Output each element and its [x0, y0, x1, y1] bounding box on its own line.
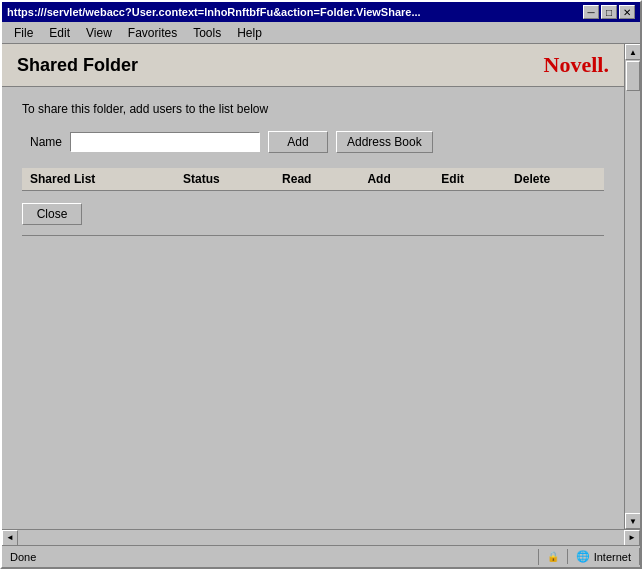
status-done: Done — [2, 549, 539, 565]
title-bar: https:///servlet/webacc?User.context=lnh… — [2, 2, 640, 22]
close-button[interactable]: Close — [22, 203, 82, 225]
close-row: Close — [22, 203, 604, 225]
menu-help[interactable]: Help — [229, 24, 270, 42]
zone-icon: 🌐 — [576, 550, 590, 563]
browser-window: https:///servlet/webacc?User.context=lnh… — [0, 0, 642, 569]
horizontal-scrollbar: ◄ ► — [2, 529, 640, 545]
name-label: Name — [22, 135, 62, 149]
scroll-down-button[interactable]: ▼ — [625, 513, 640, 529]
page-content: Shared Folder Novell. To share this fold… — [2, 44, 624, 529]
page-title: Shared Folder — [17, 55, 138, 76]
table-header-row: Shared List Status Read Add Edit Delete — [22, 168, 604, 191]
scroll-thumb[interactable] — [626, 61, 640, 91]
status-bar: Done 🔒 🌐 Internet — [2, 545, 640, 567]
menu-tools[interactable]: Tools — [185, 24, 229, 42]
novell-logo: Novell. — [544, 52, 609, 78]
shared-folder-content: To share this folder, add users to the l… — [2, 87, 624, 261]
zone-text: Internet — [594, 551, 631, 563]
scroll-right-button[interactable]: ► — [624, 530, 640, 546]
name-row: Name Add Address Book — [22, 131, 604, 153]
scroll-up-button[interactable]: ▲ — [625, 44, 640, 60]
scroll-left-button[interactable]: ◄ — [2, 530, 18, 546]
page-header: Shared Folder Novell. — [2, 44, 624, 87]
col-delete: Delete — [506, 168, 604, 191]
col-edit: Edit — [433, 168, 506, 191]
lock-icon: 🔒 — [547, 551, 559, 562]
name-input[interactable] — [70, 132, 260, 152]
minimize-button[interactable]: ─ — [583, 5, 599, 19]
shared-list-table: Shared List Status Read Add Edit Delete — [22, 168, 604, 191]
col-add: Add — [359, 168, 433, 191]
col-shared-list: Shared List — [22, 168, 175, 191]
col-status: Status — [175, 168, 274, 191]
status-zone: 🌐 Internet — [568, 548, 640, 565]
done-text: Done — [10, 551, 36, 563]
menu-bar: File Edit View Favorites Tools Help — [2, 22, 640, 44]
close-button-title[interactable]: ✕ — [619, 5, 635, 19]
menu-favorites[interactable]: Favorites — [120, 24, 185, 42]
scrollbar-right: ▲ ▼ — [624, 44, 640, 529]
menu-file[interactable]: File — [6, 24, 41, 42]
menu-view[interactable]: View — [78, 24, 120, 42]
col-read: Read — [274, 168, 359, 191]
divider-line — [22, 235, 604, 236]
scroll-area: Shared Folder Novell. To share this fold… — [2, 44, 640, 529]
address-book-button[interactable]: Address Book — [336, 131, 433, 153]
title-bar-text: https:///servlet/webacc?User.context=lnh… — [7, 6, 583, 18]
add-button[interactable]: Add — [268, 131, 328, 153]
status-security: 🔒 — [539, 549, 568, 564]
title-bar-buttons: ─ □ ✕ — [583, 5, 635, 19]
scroll-track — [625, 60, 640, 513]
instructions-text: To share this folder, add users to the l… — [22, 102, 604, 116]
menu-edit[interactable]: Edit — [41, 24, 78, 42]
maximize-button[interactable]: □ — [601, 5, 617, 19]
